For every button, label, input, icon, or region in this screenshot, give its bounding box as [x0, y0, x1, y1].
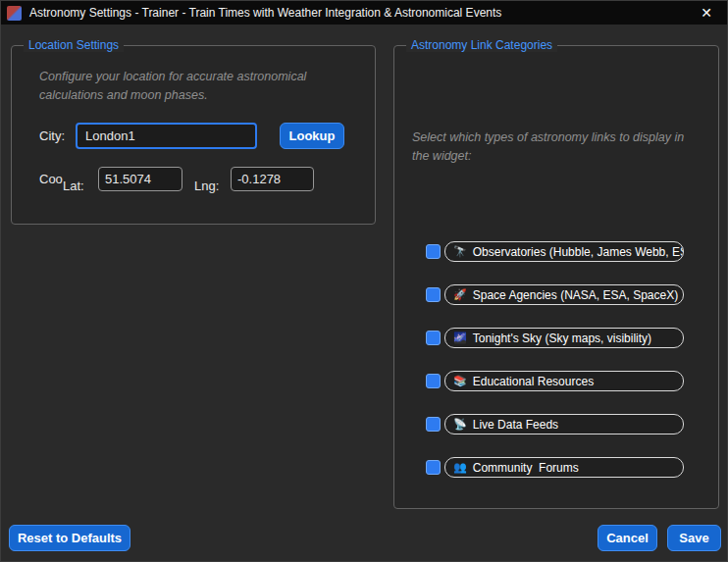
settings-window: Astronomy Settings - Trainer - Train Tim… — [0, 0, 728, 562]
city-label: City: — [39, 128, 65, 143]
lng-label: Lng: — [194, 179, 219, 193]
category-row: 📡 Live Data Feeds — [426, 414, 684, 434]
location-settings-group: Location Settings Configure your locatio… — [11, 45, 376, 225]
category-label: Observatories (Hubble, James Webb, ESO) — [473, 245, 684, 259]
category-icon: 👥 — [453, 461, 467, 474]
category-pill[interactable]: 🔭 Observatories (Hubble, James Webb, ESO… — [444, 241, 684, 262]
location-settings-title: Location Settings — [24, 38, 124, 52]
category-label: Community Forums — [473, 461, 579, 475]
save-button[interactable]: Save — [667, 525, 721, 551]
category-row: 👥 Community Forums — [426, 457, 684, 478]
category-icon: 🔭 — [453, 245, 467, 258]
category-list: 🔭 Observatories (Hubble, James Webb, ESO… — [426, 241, 684, 478]
cancel-button[interactable]: Cancel — [598, 525, 657, 551]
category-pill[interactable]: 🌌 Tonight's Sky (Sky maps, visibility) — [444, 328, 684, 348]
astronomy-categories-group: Astronomy Link Categories Select which t… — [393, 45, 719, 509]
category-checkbox[interactable] — [426, 287, 441, 302]
close-icon[interactable]: ✕ — [692, 2, 721, 24]
category-checkbox[interactable] — [426, 331, 441, 345]
category-label: Educational Resources — [473, 375, 594, 388]
category-pill[interactable]: 📡 Live Data Feeds — [444, 414, 684, 434]
category-row: 🚀 Space Agencies (NASA, ESA, SpaceX) — [426, 284, 684, 305]
reset-defaults-button[interactable]: Reset to Defaults — [9, 525, 130, 551]
categories-description: Select which types of astronomy links to… — [412, 128, 702, 167]
category-pill[interactable]: 📚 Educational Resources — [444, 371, 684, 391]
category-label: Tonight's Sky (Sky maps, visibility) — [473, 332, 651, 345]
category-icon: 📡 — [453, 418, 467, 431]
category-checkbox[interactable] — [426, 460, 441, 475]
category-row: 📚 Educational Resources — [426, 371, 684, 391]
category-pill[interactable]: 👥 Community Forums — [444, 457, 684, 478]
app-icon — [7, 6, 22, 21]
category-checkbox[interactable] — [426, 374, 441, 388]
category-icon: 🚀 — [453, 288, 467, 301]
location-description: Configure your location for accurate ast… — [39, 68, 345, 106]
lat-label: Lat: — [63, 179, 84, 193]
category-checkbox[interactable] — [426, 244, 441, 259]
lookup-button[interactable]: Lookup — [280, 123, 344, 149]
category-pill[interactable]: 🚀 Space Agencies (NASA, ESA, SpaceX) — [444, 284, 684, 305]
category-row: 🌌 Tonight's Sky (Sky maps, visibility) — [426, 328, 684, 348]
city-input[interactable] — [76, 123, 257, 149]
titlebar: Astronomy Settings - Trainer - Train Tim… — [1, 1, 727, 25]
category-label: Live Data Feeds — [473, 418, 558, 432]
category-row: 🔭 Observatories (Hubble, James Webb, ESO… — [426, 241, 684, 262]
category-label: Space Agencies (NASA, ESA, SpaceX) — [473, 288, 678, 302]
category-icon: 📚 — [453, 375, 467, 387]
coordinates-label: Coo — [39, 172, 63, 186]
astronomy-categories-title: Astronomy Link Categories — [406, 38, 557, 52]
lng-input[interactable] — [231, 167, 314, 191]
lat-input[interactable] — [98, 167, 182, 191]
category-checkbox[interactable] — [426, 417, 441, 432]
window-title: Astronomy Settings - Trainer - Train Tim… — [29, 6, 501, 20]
category-icon: 🌌 — [453, 332, 467, 344]
